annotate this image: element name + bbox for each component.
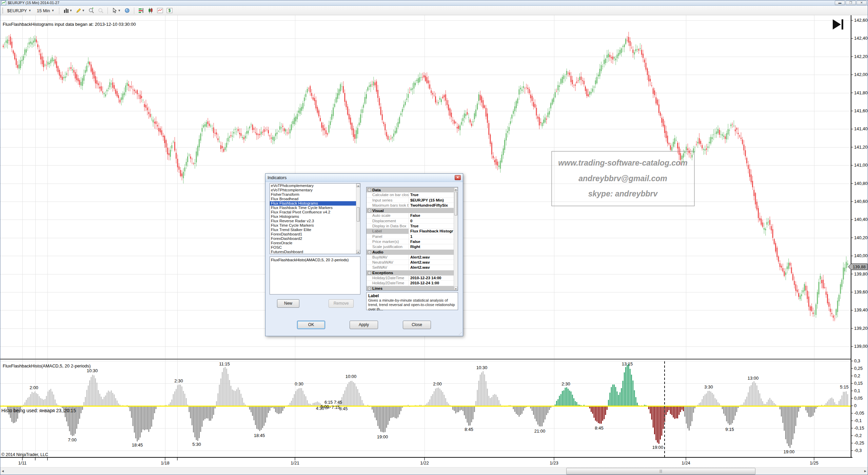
indicator-list-item[interactable]: eVoTPhtcomplementary	[270, 188, 360, 192]
indicator-list-item[interactable]: Flux Histograms	[270, 214, 360, 219]
chart-trader-button[interactable]	[137, 7, 145, 14]
property-row[interactable]: BuyWAVAlert2.wav	[367, 255, 458, 260]
histogram-peak-label: 2:00	[29, 385, 38, 390]
indicator-list-item[interactable]: Flux Trend Stalker Elite	[270, 228, 360, 232]
indicator-list-item[interactable]: eVoTPhdcomplementary	[270, 184, 360, 188]
property-row[interactable]: Auto scaleFalse	[367, 213, 458, 218]
candlestick-style-button[interactable]	[147, 7, 154, 14]
scrollbar-thumb[interactable]: |||	[566, 468, 755, 475]
panel-divider[interactable]	[0, 359, 851, 360]
property-section[interactable]: −Data	[367, 187, 458, 192]
minimize-button[interactable]: ▬	[835, 1, 845, 5]
property-row[interactable]: Holiday1DateTime2010-12-23 14:00	[367, 276, 458, 281]
property-value[interactable]: Flux Flashback Histogr	[409, 229, 458, 233]
new-button[interactable]: New	[277, 299, 299, 308]
property-value[interactable]: Alert2.wav	[409, 265, 458, 270]
property-section[interactable]: −Visual	[367, 208, 458, 213]
property-row[interactable]: Scale justificationRight	[367, 244, 458, 249]
apply-button[interactable]: Apply	[350, 321, 378, 329]
property-section[interactable]: −Exceptions	[367, 270, 458, 276]
dialog-titlebar[interactable]: Indicators ✕	[265, 174, 463, 182]
remove-button[interactable]: Remove	[329, 299, 354, 308]
collapse-icon[interactable]: −	[368, 209, 371, 212]
property-value[interactable]: 0	[409, 218, 458, 223]
property-row[interactable]: NeutralWAVAlert2.wav	[367, 260, 458, 265]
window-titlebar: $EURJPY (15 Min) 2014-01-27 ▬ ❐ ✕	[0, 0, 868, 6]
property-section[interactable]: −Lines	[367, 286, 458, 291]
histogram-peak-label: 9:15	[725, 427, 734, 432]
scrollbar-thumb[interactable]	[454, 192, 457, 215]
close-dialog-button[interactable]: Close	[403, 321, 431, 329]
scroll-up-icon[interactable]: ▲	[356, 184, 360, 187]
dialog-close-icon[interactable]: ✕	[455, 175, 461, 180]
property-value[interactable]: 1	[409, 234, 458, 239]
drawing-tools-button[interactable]: ▼	[75, 7, 85, 14]
configured-indicators-box[interactable]: FluxFlashbackHisto(AMACD,5, 20 2-periods…	[270, 256, 360, 294]
indicator-list-item[interactable]: ForexDashboard1	[270, 232, 360, 236]
scroll-left-icon[interactable]: ◀	[0, 468, 5, 475]
property-row[interactable]: Input series$EURJPY (15 Min)	[367, 198, 458, 203]
indicator-list-item[interactable]: FisherTransform	[270, 192, 360, 197]
property-value[interactable]: 2010-12-24 1:00	[409, 281, 458, 285]
property-row[interactable]: SellWAVAlert2.wav	[367, 265, 458, 270]
property-row[interactable]: Maximum bars look bacTwoHundredFiftySix	[367, 203, 458, 208]
property-value[interactable]: Alert2.wav	[409, 260, 458, 265]
property-label: Calculate on bar close	[367, 192, 409, 197]
resize-grip[interactable]: ⋰	[459, 332, 462, 335]
property-section[interactable]: −Audio	[367, 250, 458, 255]
property-row[interactable]: Holiday2DateTime2010-12-24 1:00	[367, 281, 458, 286]
property-row[interactable]: Display in Data BoxTrue	[367, 224, 458, 229]
property-value[interactable]: $EURJPY (15 Min)	[409, 198, 458, 203]
property-value[interactable]: Right	[409, 244, 458, 249]
interval-selector[interactable]: 15 Min ▼	[35, 7, 56, 14]
property-row[interactable]: Displacement0	[367, 218, 458, 224]
indicator-list-item[interactable]: Flux Flashback Histograms	[270, 201, 360, 206]
collapse-icon[interactable]: −	[368, 251, 371, 254]
scroll-down-icon[interactable]: ▼	[356, 250, 360, 254]
scroll-right-icon[interactable]: ▶	[863, 468, 868, 475]
region-chart-button[interactable]	[156, 7, 164, 14]
property-value[interactable]: TwoHundredFiftySix	[409, 203, 458, 208]
instrument-selector[interactable]: $EURJPY ▼	[5, 7, 33, 14]
horizontal-scrollbar[interactable]: ◀ ||| ▶	[0, 467, 868, 475]
property-row[interactable]: Panel1	[367, 234, 458, 239]
indicator-list-item[interactable]: Flux Flashback Time Cycle Markers	[270, 206, 360, 210]
cursor-button[interactable]: ▼	[111, 7, 121, 14]
grid-scrollbar[interactable]: ▲ ▼	[454, 187, 458, 290]
toolbar-grip[interactable]	[2, 7, 3, 14]
indicator-list-item[interactable]: Flux Time Cycle Markers	[270, 223, 360, 228]
histogram-peak-label: 10:30	[87, 368, 98, 373]
scrollbar-thumb[interactable]	[357, 207, 360, 222]
property-value[interactable]: Alert2.wav	[409, 255, 458, 260]
property-value[interactable]: True	[409, 192, 458, 197]
scroll-down-icon[interactable]: ▼	[454, 287, 458, 290]
collapse-icon[interactable]: −	[368, 287, 371, 290]
property-row[interactable]: Calculate on bar closeTrue	[367, 192, 458, 197]
data-box-button[interactable]	[123, 7, 131, 14]
indicator-list-item[interactable]: Flux Broadhead	[270, 197, 360, 201]
property-value[interactable]: False	[409, 213, 458, 218]
indicator-list-item[interactable]: ForexOracle	[270, 241, 360, 245]
collapse-icon[interactable]: −	[368, 271, 371, 274]
property-value[interactable]: True	[409, 224, 458, 228]
bar-type-button[interactable]: ▼	[62, 7, 73, 14]
close-button[interactable]: ✕	[856, 1, 867, 5]
indicator-list-item[interactable]: FuturesDashboard	[270, 250, 360, 254]
property-row[interactable]: LabelFlux Flashback Histogr	[367, 229, 458, 234]
histogram-peak-label: 19:00	[377, 434, 388, 439]
restore-button[interactable]: ❐	[846, 1, 856, 5]
indicator-list-item[interactable]: ForexDashboard2	[270, 236, 360, 241]
ok-button[interactable]: OK	[297, 321, 325, 329]
zoom-in-button[interactable]	[87, 7, 95, 14]
indicator-list-item[interactable]: Flux Reverse Radar v2.3	[270, 219, 360, 223]
collapse-icon[interactable]: −	[368, 188, 371, 191]
scroll-up-icon[interactable]: ▲	[454, 187, 458, 191]
zoom-out-button[interactable]	[97, 7, 104, 14]
indicator-list-item[interactable]: FOSC	[270, 245, 360, 250]
list-scrollbar[interactable]: ▲ ▼	[356, 184, 360, 254]
property-value[interactable]: 2010-12-23 14:00	[409, 276, 458, 280]
property-row[interactable]: Price marker(s)False	[367, 239, 458, 244]
property-value[interactable]: False	[409, 239, 458, 244]
indicator-list-item[interactable]: Flux Fractal Pivot Confluence v4.2	[270, 210, 360, 214]
account-button[interactable]: $	[166, 7, 173, 14]
